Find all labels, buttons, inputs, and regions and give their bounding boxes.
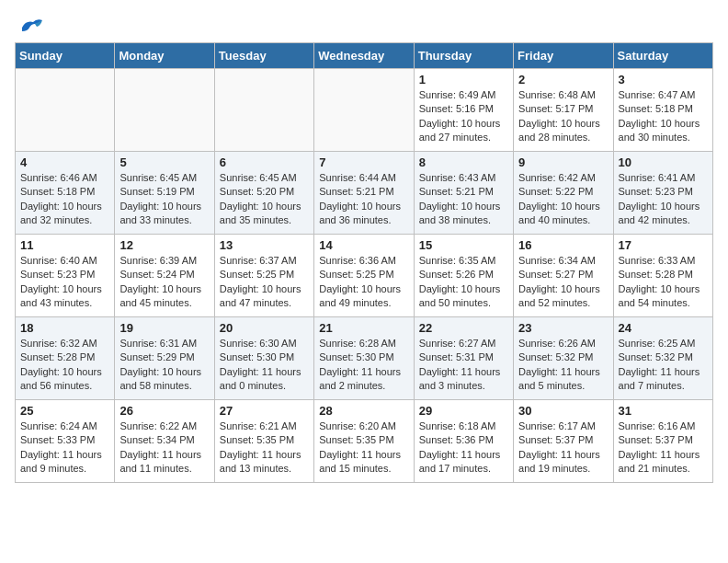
calendar-week-row: 18Sunrise: 6:32 AM Sunset: 5:28 PM Dayli… (16, 317, 713, 400)
calendar-cell: 31Sunrise: 6:16 AM Sunset: 5:37 PM Dayli… (613, 400, 712, 483)
calendar-cell: 21Sunrise: 6:28 AM Sunset: 5:30 PM Dayli… (314, 317, 414, 400)
calendar-cell: 22Sunrise: 6:27 AM Sunset: 5:31 PM Dayli… (414, 317, 513, 400)
calendar-cell: 13Sunrise: 6:37 AM Sunset: 5:25 PM Dayli… (214, 235, 313, 317)
day-info: Sunrise: 6:36 AM Sunset: 5:25 PM Dayligh… (319, 254, 408, 311)
calendar-cell: 29Sunrise: 6:18 AM Sunset: 5:36 PM Dayli… (414, 400, 513, 483)
day-number: 2 (518, 73, 608, 86)
day-info: Sunrise: 6:49 AM Sunset: 5:16 PM Dayligh… (419, 88, 508, 145)
calendar-cell: 30Sunrise: 6:17 AM Sunset: 5:37 PM Dayli… (514, 400, 613, 483)
day-info: Sunrise: 6:33 AM Sunset: 5:28 PM Dayligh… (619, 254, 708, 311)
calendar-cell (115, 69, 214, 152)
calendar-cell: 10Sunrise: 6:41 AM Sunset: 5:23 PM Dayli… (613, 152, 712, 235)
day-info: Sunrise: 6:26 AM Sunset: 5:32 PM Dayligh… (518, 337, 608, 394)
logo-bird-icon (18, 15, 44, 35)
day-number: 15 (419, 238, 508, 252)
calendar-cell: 16Sunrise: 6:34 AM Sunset: 5:27 PM Dayli… (514, 235, 613, 317)
day-number: 17 (619, 238, 708, 252)
day-info: Sunrise: 6:35 AM Sunset: 5:26 PM Dayligh… (419, 254, 508, 311)
calendar-cell: 6Sunrise: 6:45 AM Sunset: 5:20 PM Daylig… (214, 152, 313, 235)
day-info: Sunrise: 6:22 AM Sunset: 5:34 PM Dayligh… (119, 419, 209, 477)
day-number: 19 (119, 321, 209, 335)
day-number: 5 (119, 155, 209, 169)
day-info: Sunrise: 6:44 AM Sunset: 5:21 PM Dayligh… (319, 171, 408, 228)
day-number: 11 (20, 238, 109, 252)
calendar-cell: 3Sunrise: 6:47 AM Sunset: 5:18 PM Daylig… (613, 69, 712, 152)
calendar-day-header: Sunday (16, 43, 115, 69)
logo (15, 15, 46, 35)
calendar-table: SundayMondayTuesdayWednesdayThursdayFrid… (15, 42, 713, 483)
day-info: Sunrise: 6:17 AM Sunset: 5:37 PM Dayligh… (518, 419, 608, 477)
day-info: Sunrise: 6:41 AM Sunset: 5:23 PM Dayligh… (619, 171, 708, 228)
day-info: Sunrise: 6:37 AM Sunset: 5:25 PM Dayligh… (220, 254, 309, 311)
calendar-day-header: Tuesday (214, 43, 313, 69)
calendar-cell: 27Sunrise: 6:21 AM Sunset: 5:35 PM Dayli… (214, 400, 313, 483)
day-info: Sunrise: 6:48 AM Sunset: 5:17 PM Dayligh… (518, 88, 608, 145)
day-number: 4 (20, 155, 109, 169)
calendar-cell: 11Sunrise: 6:40 AM Sunset: 5:23 PM Dayli… (16, 235, 115, 317)
day-info: Sunrise: 6:30 AM Sunset: 5:30 PM Dayligh… (220, 337, 309, 394)
day-info: Sunrise: 6:20 AM Sunset: 5:35 PM Dayligh… (319, 419, 408, 477)
day-number: 6 (220, 155, 309, 169)
calendar-cell: 25Sunrise: 6:24 AM Sunset: 5:33 PM Dayli… (16, 400, 115, 483)
day-info: Sunrise: 6:40 AM Sunset: 5:23 PM Dayligh… (20, 254, 109, 311)
calendar-week-row: 1Sunrise: 6:49 AM Sunset: 5:16 PM Daylig… (16, 69, 713, 152)
day-info: Sunrise: 6:42 AM Sunset: 5:22 PM Dayligh… (518, 171, 608, 228)
day-number: 21 (319, 321, 408, 335)
day-number: 29 (419, 404, 508, 418)
day-number: 3 (619, 73, 708, 86)
day-info: Sunrise: 6:39 AM Sunset: 5:24 PM Dayligh… (119, 254, 209, 311)
day-number: 31 (619, 404, 708, 418)
calendar-day-header: Friday (514, 43, 613, 69)
day-info: Sunrise: 6:18 AM Sunset: 5:36 PM Dayligh… (419, 419, 508, 477)
day-info: Sunrise: 6:47 AM Sunset: 5:18 PM Dayligh… (619, 88, 708, 145)
day-info: Sunrise: 6:34 AM Sunset: 5:27 PM Dayligh… (518, 254, 608, 311)
day-info: Sunrise: 6:32 AM Sunset: 5:28 PM Dayligh… (20, 337, 109, 394)
calendar-day-header: Saturday (613, 43, 712, 69)
day-number: 13 (220, 238, 309, 252)
calendar-week-row: 11Sunrise: 6:40 AM Sunset: 5:23 PM Dayli… (16, 235, 713, 317)
day-info: Sunrise: 6:28 AM Sunset: 5:30 PM Dayligh… (319, 337, 408, 394)
day-number: 30 (518, 404, 608, 418)
day-info: Sunrise: 6:21 AM Sunset: 5:35 PM Dayligh… (220, 419, 309, 477)
day-info: Sunrise: 6:45 AM Sunset: 5:19 PM Dayligh… (119, 171, 209, 228)
day-number: 18 (20, 321, 109, 335)
calendar-cell: 26Sunrise: 6:22 AM Sunset: 5:34 PM Dayli… (115, 400, 214, 483)
day-number: 23 (518, 321, 608, 335)
calendar-cell (314, 69, 414, 152)
day-info: Sunrise: 6:31 AM Sunset: 5:29 PM Dayligh… (119, 337, 209, 394)
calendar-cell: 8Sunrise: 6:43 AM Sunset: 5:21 PM Daylig… (414, 152, 513, 235)
calendar-day-header: Wednesday (314, 43, 414, 69)
day-number: 8 (419, 155, 508, 169)
calendar-cell: 20Sunrise: 6:30 AM Sunset: 5:30 PM Dayli… (214, 317, 313, 400)
day-number: 16 (518, 238, 608, 252)
day-number: 24 (619, 321, 708, 335)
calendar-cell: 2Sunrise: 6:48 AM Sunset: 5:17 PM Daylig… (514, 69, 613, 152)
calendar-cell: 9Sunrise: 6:42 AM Sunset: 5:22 PM Daylig… (514, 152, 613, 235)
page-header (15, 15, 713, 35)
day-number: 22 (419, 321, 508, 335)
day-number: 10 (619, 155, 708, 169)
calendar-cell: 24Sunrise: 6:25 AM Sunset: 5:32 PM Dayli… (613, 317, 712, 400)
day-number: 14 (319, 238, 408, 252)
day-number: 28 (319, 404, 408, 418)
calendar-week-row: 4Sunrise: 6:46 AM Sunset: 5:18 PM Daylig… (16, 152, 713, 235)
day-info: Sunrise: 6:24 AM Sunset: 5:33 PM Dayligh… (20, 419, 109, 477)
day-number: 25 (20, 404, 109, 418)
calendar-cell: 28Sunrise: 6:20 AM Sunset: 5:35 PM Dayli… (314, 400, 414, 483)
calendar-cell: 17Sunrise: 6:33 AM Sunset: 5:28 PM Dayli… (613, 235, 712, 317)
calendar-cell: 4Sunrise: 6:46 AM Sunset: 5:18 PM Daylig… (16, 152, 115, 235)
day-number: 1 (419, 73, 508, 86)
calendar-cell: 18Sunrise: 6:32 AM Sunset: 5:28 PM Dayli… (16, 317, 115, 400)
day-info: Sunrise: 6:16 AM Sunset: 5:37 PM Dayligh… (619, 419, 708, 477)
day-info: Sunrise: 6:25 AM Sunset: 5:32 PM Dayligh… (619, 337, 708, 394)
calendar-cell: 23Sunrise: 6:26 AM Sunset: 5:32 PM Dayli… (514, 317, 613, 400)
calendar-cell: 12Sunrise: 6:39 AM Sunset: 5:24 PM Dayli… (115, 235, 214, 317)
day-info: Sunrise: 6:43 AM Sunset: 5:21 PM Dayligh… (419, 171, 508, 228)
day-info: Sunrise: 6:46 AM Sunset: 5:18 PM Dayligh… (20, 171, 109, 228)
day-info: Sunrise: 6:45 AM Sunset: 5:20 PM Dayligh… (220, 171, 309, 228)
calendar-cell: 15Sunrise: 6:35 AM Sunset: 5:26 PM Dayli… (414, 235, 513, 317)
day-info: Sunrise: 6:27 AM Sunset: 5:31 PM Dayligh… (419, 337, 508, 394)
calendar-day-header: Thursday (414, 43, 513, 69)
calendar-cell: 19Sunrise: 6:31 AM Sunset: 5:29 PM Dayli… (115, 317, 214, 400)
calendar-header-row: SundayMondayTuesdayWednesdayThursdayFrid… (16, 43, 713, 69)
